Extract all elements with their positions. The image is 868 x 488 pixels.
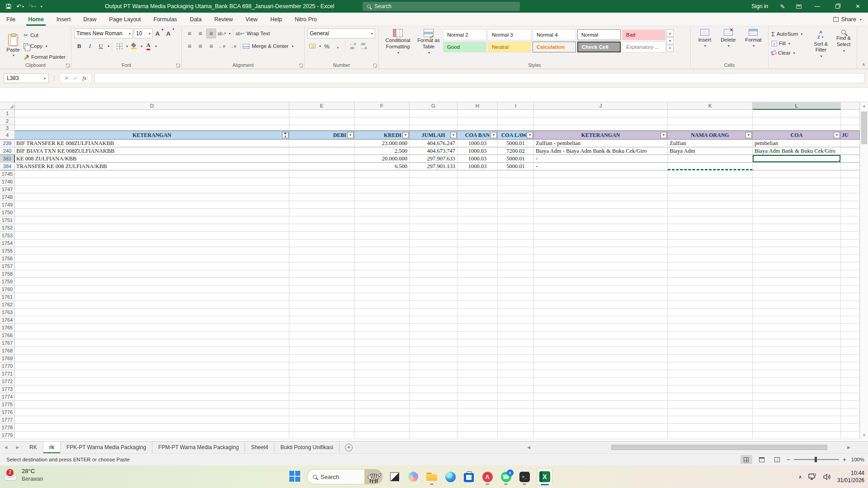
style-normal-2[interactable]: Normal 2 — [443, 29, 486, 40]
cell[interactable] — [753, 286, 841, 293]
row-header-2[interactable]: 2 — [0, 117, 15, 125]
cell[interactable] — [354, 370, 410, 378]
cell-F239[interactable]: 23.000.000 — [354, 140, 410, 147]
cell[interactable] — [289, 247, 354, 255]
cell[interactable] — [410, 301, 458, 309]
cell[interactable] — [498, 125, 534, 131]
comma-style-button[interactable]: , — [333, 41, 343, 51]
cell[interactable] — [668, 193, 753, 201]
cell[interactable] — [410, 125, 458, 131]
cell[interactable] — [289, 301, 354, 309]
cell[interactable] — [15, 401, 289, 408]
page-layout-view-button[interactable] — [756, 455, 768, 464]
cell[interactable] — [15, 186, 289, 193]
cell[interactable] — [458, 432, 498, 439]
cell-I239[interactable]: 5000.01 — [498, 140, 534, 147]
table-header-D[interactable]: KETERANGAN — [15, 131, 289, 140]
cell[interactable] — [753, 247, 841, 255]
cell[interactable] — [15, 170, 289, 178]
row-header-1774[interactable]: 1774 — [0, 393, 15, 401]
sheet-tab-sheet4[interactable]: Sheet4 — [245, 441, 274, 453]
cell[interactable] — [753, 339, 841, 347]
weather-widget[interactable]: 2 28°C Berawan — [3, 467, 43, 483]
row-header-383[interactable]: 383 — [0, 155, 15, 163]
zoom-out-icon[interactable]: − — [787, 456, 790, 463]
row-header-1775[interactable]: 1775 — [0, 401, 15, 408]
cell[interactable] — [410, 193, 458, 201]
cell[interactable] — [354, 255, 410, 263]
cell[interactable] — [841, 370, 860, 378]
cell[interactable] — [289, 370, 354, 378]
horizontal-scroll-thumb[interactable] — [611, 445, 827, 450]
cell[interactable] — [354, 408, 410, 416]
cell[interactable] — [15, 424, 289, 432]
cell[interactable] — [841, 355, 860, 362]
font-family-select[interactable]: Times New Roman▾ — [74, 28, 133, 38]
row-header-3[interactable]: 3 — [0, 125, 15, 131]
sheet-tab-rk[interactable]: rk — [43, 441, 61, 453]
cell[interactable] — [753, 193, 841, 201]
cell[interactable] — [841, 209, 860, 216]
cell[interactable] — [15, 393, 289, 401]
cell-D384[interactable]: TRANSFER KE 008 ZULFIANA/KBB — [15, 163, 289, 170]
edge-button[interactable] — [443, 469, 457, 484]
cell[interactable] — [354, 362, 410, 370]
column-header-J[interactable]: J — [534, 102, 668, 110]
cell[interactable] — [841, 140, 860, 147]
cell[interactable] — [841, 378, 860, 385]
tab-help[interactable]: Help — [264, 13, 288, 26]
cell[interactable] — [354, 216, 410, 224]
row-header-1762[interactable]: 1762 — [0, 301, 15, 309]
new-sheet-button[interactable]: + — [345, 444, 353, 451]
tab-draw[interactable]: Draw — [77, 13, 103, 26]
cell[interactable] — [498, 216, 534, 224]
cell[interactable] — [534, 378, 668, 385]
cell[interactable] — [289, 424, 354, 432]
cell[interactable] — [534, 247, 668, 255]
cell-D383[interactable]: KE 008 ZULFIANA/KBB — [15, 155, 289, 163]
increase-decimal-button[interactable]: ←.0.00 — [348, 41, 358, 51]
scroll-down-icon[interactable]: ▼ — [860, 432, 868, 439]
cell[interactable] — [354, 424, 410, 432]
bold-button[interactable]: B — [74, 41, 84, 51]
tab-formulas[interactable]: Formulas — [147, 13, 184, 26]
row-header-4[interactable]: 4 — [0, 131, 15, 140]
cell[interactable] — [668, 362, 753, 370]
sheet-tab-fpk-pt-warna-media-packaging[interactable]: FPK-PT Warna Media Packaging — [61, 441, 152, 453]
row-header-1767[interactable]: 1767 — [0, 339, 15, 347]
cell[interactable] — [753, 347, 841, 355]
cell[interactable] — [289, 293, 354, 301]
cell[interactable] — [498, 355, 534, 362]
cell[interactable] — [668, 224, 753, 232]
cell[interactable] — [458, 293, 498, 301]
cell-L383[interactable] — [753, 155, 841, 163]
font-color-button[interactable]: A — [143, 41, 153, 51]
cell[interactable] — [498, 117, 534, 125]
cell[interactable] — [458, 424, 498, 432]
filter-funnel-button[interactable] — [282, 132, 288, 138]
taskbar-search[interactable]: Search — [307, 469, 383, 484]
cell[interactable] — [458, 178, 498, 186]
cell[interactable] — [753, 239, 841, 247]
row-header-1766[interactable]: 1766 — [0, 332, 15, 339]
cell[interactable] — [410, 347, 458, 355]
cell[interactable] — [458, 270, 498, 278]
sort-filter-button[interactable]: AZ Sort & Filter▾ — [810, 28, 832, 61]
cell[interactable] — [458, 170, 498, 178]
cell[interactable] — [668, 239, 753, 247]
cell[interactable] — [410, 293, 458, 301]
column-header-L[interactable]: L — [753, 102, 841, 110]
cell-L384[interactable] — [753, 163, 841, 170]
cell[interactable] — [668, 286, 753, 293]
cell[interactable] — [753, 255, 841, 263]
cell-J384[interactable]: - — [534, 163, 668, 170]
cell[interactable] — [668, 278, 753, 286]
cell[interactable] — [458, 408, 498, 416]
cell[interactable] — [534, 255, 668, 263]
cell[interactable] — [354, 401, 410, 408]
cell[interactable] — [668, 232, 753, 239]
cell[interactable] — [354, 239, 410, 247]
cell[interactable] — [534, 393, 668, 401]
formula-bar-grip[interactable]: ⋮ — [52, 75, 57, 81]
cell[interactable] — [289, 117, 354, 125]
